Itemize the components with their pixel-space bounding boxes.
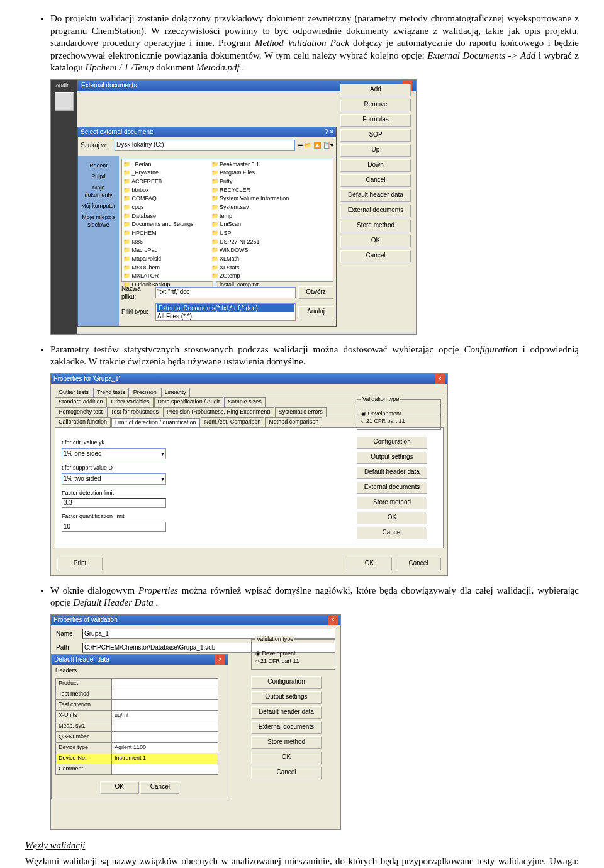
button-add[interactable]: Add	[340, 84, 411, 96]
close-icon[interactable]: ×	[215, 655, 225, 665]
ok-button[interactable]: OK	[100, 781, 139, 794]
button-output-settings[interactable]: Output settings	[357, 451, 427, 464]
button-configuration[interactable]: Configuration	[251, 676, 322, 689]
file-item[interactable]: MXLATOR	[123, 273, 194, 280]
tab-other-variables[interactable]: Other variables	[108, 397, 154, 407]
file-item[interactable]: Peakmaster 5.1	[211, 161, 289, 169]
close-icon[interactable]: ? ×	[325, 127, 333, 137]
file-item[interactable]: UniScan	[211, 221, 289, 228]
file-item[interactable]: WINDOWS	[211, 247, 289, 254]
tab-method-comparison[interactable]: Method comparison	[265, 417, 322, 427]
tab-calibration-function[interactable]: Calibration function	[55, 417, 111, 427]
cancel-button[interactable]: Anuluj	[298, 306, 333, 318]
header-value[interactable]: Agilent 1100	[112, 743, 218, 753]
header-value[interactable]	[112, 721, 218, 732]
header-value[interactable]	[112, 689, 218, 700]
file-item[interactable]: MSOChem	[123, 264, 194, 272]
filetype-select[interactable]: External Documents(*.txt,*.rtf,*.doc) Al…	[155, 303, 296, 321]
file-item[interactable]: Documents and Settings	[123, 221, 194, 228]
button-ok[interactable]: OK	[357, 512, 427, 524]
place-item[interactable]: Pulpit	[78, 173, 119, 181]
file-item[interactable]: RECYCLER	[211, 187, 289, 194]
button-up[interactable]: Up	[340, 144, 411, 157]
file-item[interactable]: XLStats	[211, 264, 289, 272]
file-item[interactable]: USP	[211, 230, 289, 237]
tab-linearity[interactable]: Linearity	[161, 388, 190, 397]
close-icon[interactable]: ×	[328, 615, 338, 625]
button-default-header-data[interactable]: Default header data	[357, 466, 427, 479]
button-cancel[interactable]: Cancel	[340, 250, 411, 262]
name-input[interactable]	[82, 629, 335, 639]
file-item[interactable]: MapaPolski	[123, 256, 194, 263]
button-output-settings[interactable]: Output settings	[251, 691, 322, 704]
cancel-button[interactable]: Cancel	[396, 558, 441, 570]
text-input[interactable]: 3.3	[62, 498, 166, 508]
print-icon[interactable]	[55, 92, 74, 111]
dropdown[interactable]: 1% one sided▾	[62, 448, 166, 459]
file-item[interactable]: HPCHEM	[123, 230, 194, 237]
tab-sample-sizes[interactable]: Sample sizes	[224, 397, 266, 407]
tab-test-for-robustness[interactable]: Test for robustness	[107, 407, 162, 417]
button-external-documents[interactable]: External documents	[357, 482, 427, 494]
file-item[interactable]: btnbox	[123, 187, 194, 194]
file-item[interactable]: System Volume Information	[211, 195, 289, 203]
close-icon[interactable]: ×	[435, 374, 445, 384]
header-value[interactable]	[112, 679, 218, 689]
tab-trend-tests[interactable]: Trend tests	[93, 388, 129, 397]
print-button[interactable]: Print	[57, 558, 103, 570]
tab-homogeneity-test[interactable]: Homogeneity test	[55, 407, 106, 417]
file-item[interactable]: temp	[211, 213, 289, 220]
file-item[interactable]: ACDFREE8	[123, 178, 194, 186]
button-remove[interactable]: Remove	[340, 99, 411, 111]
cancel-button[interactable]: Cancel	[140, 781, 179, 794]
file-item[interactable]: Putty	[211, 178, 289, 186]
button-store-method[interactable]: Store method	[340, 220, 411, 232]
header-value[interactable]	[112, 764, 218, 775]
button-cancel[interactable]: Cancel	[357, 527, 427, 539]
button-formulas[interactable]: Formulas	[340, 114, 411, 127]
headers-table[interactable]: ProductTest methodTest criterionX-Unitsu…	[55, 678, 218, 775]
place-item[interactable]: Mój komputer	[78, 203, 119, 210]
ok-button[interactable]: OK	[347, 558, 392, 570]
file-item[interactable]: I386	[123, 239, 194, 246]
tab-data-specification-audit[interactable]: Data specification / Audit	[154, 397, 224, 407]
file-item[interactable]: XLMath	[211, 256, 289, 263]
file-listing[interactable]: _Perlan_PrywatneACDFREE8btnboxCOMPAQcpqs…	[121, 159, 333, 282]
radio-development[interactable]: Development	[361, 410, 437, 418]
header-value[interactable]: Instrument 1	[112, 753, 218, 764]
places-bar[interactable]: RecentPulpitMoje dokumentyMój komputerMo…	[78, 156, 119, 326]
button-ok[interactable]: OK	[251, 752, 322, 764]
file-item[interactable]: MacroPad	[123, 247, 194, 254]
open-button[interactable]: Otwórz	[298, 286, 333, 299]
radio-cfr[interactable]: 21 CFR part 11	[361, 418, 437, 426]
button-default-header-data[interactable]: Default header data	[340, 189, 411, 202]
button-store-method[interactable]: Store method	[357, 497, 427, 509]
radio-cfr[interactable]: 21 CFR part 11	[255, 658, 331, 665]
file-item[interactable]: Program Files	[211, 169, 289, 177]
button-configuration[interactable]: Configuration	[357, 436, 427, 449]
tab-standard-addition[interactable]: Standard addition	[55, 397, 107, 407]
button-cancel[interactable]: Cancel	[340, 174, 411, 187]
header-value[interactable]: ug/ml	[112, 711, 218, 721]
tab-outlier-tests[interactable]: Outlier tests	[55, 388, 92, 397]
file-item[interactable]: _Perlan	[123, 161, 194, 169]
button-sop[interactable]: SOP	[340, 129, 411, 142]
tab-precision-robustness-ring-experiment-[interactable]: Precision (Robustness, Ring Experiment)	[163, 407, 274, 417]
nav-icons[interactable]: ⬅ 📂 🔼 📋▾	[298, 141, 333, 149]
dropdown[interactable]: 1% two sided▾	[62, 473, 166, 485]
filename-input[interactable]: "txt,"rtf,"doc	[155, 287, 296, 298]
place-item[interactable]: Moje miejsca sieciowe	[78, 214, 119, 228]
tab-limit-of-detection-quantification[interactable]: Limit of detection / quantification	[111, 418, 200, 428]
file-item[interactable]: System.sav	[211, 204, 289, 211]
button-store-method[interactable]: Store method	[251, 736, 322, 749]
button-ok[interactable]: OK	[340, 235, 411, 247]
radio-development[interactable]: Development	[255, 650, 331, 658]
button-cancel[interactable]: Cancel	[251, 767, 322, 779]
file-item[interactable]: cpqs	[123, 204, 194, 211]
file-item[interactable]: ZGtemp	[211, 273, 289, 280]
tab-precision[interactable]: Precision	[130, 388, 160, 397]
tab-nom-est-comparison[interactable]: Nom./est. Comparison	[201, 417, 265, 427]
place-item[interactable]: Moje dokumenty	[78, 184, 119, 199]
header-value[interactable]	[112, 732, 218, 743]
lookin-select[interactable]: Dysk lokalny (C:)	[115, 140, 295, 151]
